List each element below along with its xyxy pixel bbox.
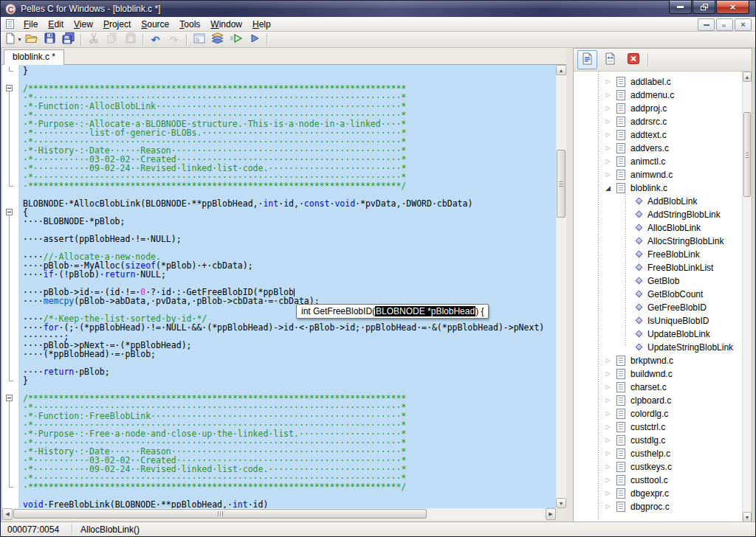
expand-arrow-icon[interactable]: ▷: [603, 142, 613, 155]
scroll-up-button[interactable]: ▲: [556, 65, 566, 75]
tree-item-updatestringbloblink[interactable]: UpdateStringBlobLink: [574, 341, 742, 354]
tree-vertical-scrollbar[interactable]: ▲ ▼: [742, 72, 752, 522]
mdi-restore-button[interactable]: [716, 18, 733, 31]
code-line[interactable]: ····if·(!pBlob)·return·NULL;: [23, 270, 556, 279]
save-file-button[interactable]: [41, 32, 58, 47]
vertical-scroll-thumb[interactable]: [743, 112, 751, 197]
tree-item-freebloblink[interactable]: FreeBlobLink: [574, 248, 742, 261]
document-system-menu-icon[interactable]: [6, 19, 14, 29]
tree-item-custdlg-c[interactable]: ▷custdlg.c: [574, 434, 742, 447]
build-button[interactable]: [209, 32, 226, 47]
tab-bloblink-c[interactable]: bloblink.c *: [4, 49, 64, 65]
fold-margin[interactable]: [2, 65, 18, 508]
expand-arrow-icon[interactable]: ▷: [603, 354, 613, 367]
editor-vertical-scrollbar[interactable]: ▲ ▼: [556, 65, 566, 508]
tree-item-brkptwnd-c[interactable]: ▷brkptwnd.c: [574, 354, 742, 367]
tree-item-addvers-c[interactable]: ▷addvers.c: [574, 142, 742, 155]
scroll-right-button[interactable]: ▶: [546, 508, 556, 520]
menu-file[interactable]: File: [18, 18, 43, 31]
scroll-up-button[interactable]: ▲: [743, 72, 752, 82]
symbol-tree[interactable]: ▷addlabel.c▷addmenu.c▷addproj.c▷addrsrc.…: [574, 72, 742, 522]
expand-arrow-icon[interactable]: ▷: [603, 434, 613, 447]
code-line[interactable]: ····return·pBlob;: [23, 367, 556, 376]
tree-item-bloblink-c[interactable]: ◢bloblink.c: [574, 181, 742, 195]
compile-button[interactable]: [190, 32, 207, 47]
code-line[interactable]: ····BLOBNODE·*pBlob;: [23, 217, 556, 226]
tree-item-getblobcount[interactable]: GetBlobCount: [574, 288, 742, 301]
debug-button[interactable]: [246, 32, 263, 47]
fold-toggle-icon[interactable]: [2, 84, 18, 93]
code-text-area[interactable]: }/**************************************…: [18, 65, 556, 508]
close-button[interactable]: ×: [716, 1, 749, 14]
expand-arrow-icon[interactable]: ▷: [603, 420, 613, 434]
mdi-minimize-button[interactable]: [698, 18, 715, 31]
expand-arrow-icon[interactable]: ▷: [603, 102, 613, 115]
tree-item-dbgproc-c[interactable]: ▷dbgproc.c: [574, 500, 742, 513]
tree-item-addmenu-c[interactable]: ▷addmenu.c: [574, 89, 742, 102]
execute-button[interactable]: [227, 32, 244, 47]
fold-toggle-icon[interactable]: [2, 208, 18, 217]
expand-arrow-icon[interactable]: ▷: [603, 168, 613, 181]
code-line[interactable]: ····for·(;·(*ppBlobHead)·!=·NULL·&&·(*pp…: [23, 323, 556, 332]
panel-splitter[interactable]: [566, 48, 573, 523]
code-editor[interactable]: }/**************************************…: [2, 65, 556, 508]
code-line[interactable]: ····assert(ppBlobHead·!=·NULL);: [23, 235, 556, 243]
tree-item-addlabel-c[interactable]: ▷addlabel.c: [574, 75, 742, 89]
tree-item-addrsrc-c[interactable]: ▷addrsrc.c: [574, 115, 742, 128]
tree-item-addbloblink[interactable]: AddBlobLink: [574, 195, 742, 208]
scroll-left-button[interactable]: ◀: [2, 508, 13, 520]
expand-arrow-icon[interactable]: ▷: [603, 381, 613, 394]
types-view-button[interactable]: ++: [600, 50, 620, 69]
menu-help[interactable]: Help: [247, 18, 276, 31]
tree-item-allocbloblink[interactable]: AllocBlobLink: [574, 221, 742, 235]
vertical-scroll-thumb[interactable]: [557, 150, 566, 218]
expand-arrow-icon[interactable]: ▷: [603, 155, 613, 168]
dropdown-arrow-icon[interactable]: ▾: [18, 36, 21, 43]
expand-arrow-icon[interactable]: ▷: [603, 460, 613, 474]
open-file-button[interactable]: [23, 32, 40, 47]
restore-button[interactable]: [693, 1, 715, 14]
tree-item-allocstringbloblink[interactable]: AllocStringBlobLink: [574, 235, 742, 248]
tree-item-custkeys-c[interactable]: ▷custkeys.c: [574, 460, 742, 474]
expand-arrow-icon[interactable]: ▷: [603, 75, 613, 89]
tree-item-charset-c[interactable]: ▷charset.c: [574, 381, 742, 394]
menu-view[interactable]: View: [69, 18, 98, 31]
menu-window[interactable]: Window: [205, 18, 247, 31]
functions-view-button[interactable]: [577, 50, 597, 69]
tree-item-buildwnd-c[interactable]: ▷buildwnd.c: [574, 367, 742, 381]
expand-arrow-icon[interactable]: ▷: [603, 500, 613, 513]
expand-arrow-icon[interactable]: ▷: [603, 89, 613, 102]
horizontal-scroll-thumb[interactable]: [13, 509, 427, 519]
tree-item-custctrl-c[interactable]: ▷custctrl.c: [574, 420, 742, 434]
expand-arrow-icon[interactable]: ▷: [603, 394, 613, 407]
tree-item-isuniqueblobid[interactable]: IsUniqueBlobID: [574, 314, 742, 328]
code-line[interactable]: BLOBNODE·*AllocBlobLink(BLOBNODE·**ppBlo…: [23, 199, 556, 208]
collapse-arrow-icon[interactable]: ◢: [603, 181, 613, 195]
expand-arrow-icon[interactable]: ▷: [603, 447, 613, 460]
undo-button[interactable]: ↶: [147, 32, 164, 47]
expand-arrow-icon[interactable]: ▷: [603, 128, 613, 142]
tree-item-clpboard-c[interactable]: ▷clpboard.c: [574, 394, 742, 407]
close-panel-button[interactable]: [623, 50, 643, 69]
fold-toggle-icon[interactable]: [2, 394, 18, 403]
menu-project[interactable]: Project: [98, 18, 136, 31]
expand-arrow-icon[interactable]: ▷: [603, 367, 613, 381]
tree-item-custhelp-c[interactable]: ▷custhelp.c: [574, 447, 742, 460]
menu-edit[interactable]: Edit: [43, 18, 69, 31]
expand-arrow-icon[interactable]: ▷: [603, 474, 613, 487]
tree-item-animctl-c[interactable]: ▷animctl.c: [574, 155, 742, 168]
tree-item-addstringbloblink[interactable]: AddStringBlobLink: [574, 208, 742, 221]
title-bar[interactable]: C Pelles C for Windows - [bloblink.c *] …: [1, 1, 755, 17]
scroll-down-button[interactable]: ▼: [743, 512, 752, 522]
tree-item-freebloblinklist[interactable]: FreeBlobLinkList: [574, 261, 742, 274]
tree-item-addproj-c[interactable]: ▷addproj.c: [574, 102, 742, 115]
menu-source[interactable]: Source: [136, 18, 174, 31]
menu-tools[interactable]: Tools: [174, 18, 205, 31]
code-line[interactable]: ·***************************************…: [23, 482, 556, 491]
code-line[interactable]: }: [23, 376, 556, 385]
editor-horizontal-scrollbar[interactable]: ◀ ▶: [2, 508, 556, 520]
expand-arrow-icon[interactable]: ▷: [603, 115, 613, 128]
code-line[interactable]: void·FreeBlobLink(BLOBNODE·**ppBlobHead,…: [23, 500, 556, 508]
tree-item-colordlg-c[interactable]: ▷colordlg.c: [574, 407, 742, 420]
code-line[interactable]: }: [23, 66, 556, 75]
